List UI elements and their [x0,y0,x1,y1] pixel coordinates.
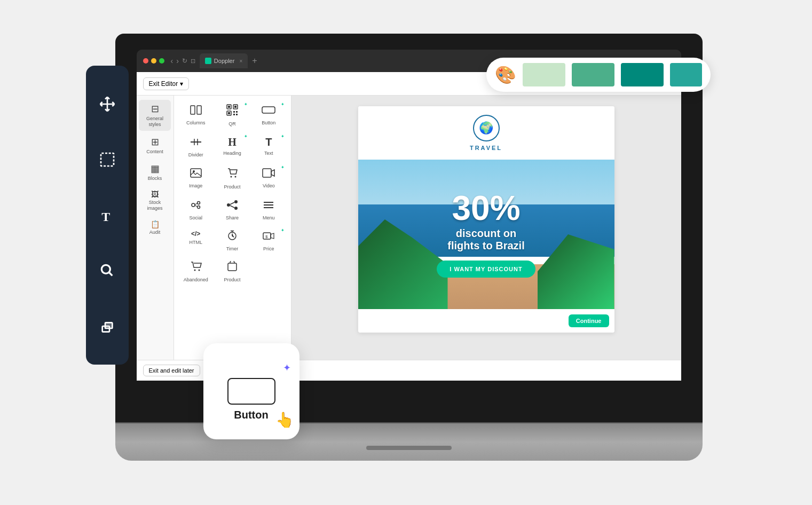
price-element[interactable]: ✦ $ Price [251,226,286,256]
general-styles-panel-item[interactable]: ⊟ General styles [139,100,171,131]
close-dot[interactable] [143,58,148,64]
color-swatch-1[interactable] [523,63,565,86]
text-icon: T [265,136,272,148]
layers-tool-button[interactable] [96,314,119,338]
hero-cta-button[interactable]: I WANT MY DISCOUNT [437,261,535,278]
svg-rect-5 [191,106,195,114]
tab-favicon [205,58,211,64]
heading-element[interactable]: ✦ H Heading [215,132,250,162]
color-swatch-2[interactable] [572,63,614,86]
svg-rect-14 [236,111,238,113]
svg-rect-4 [105,322,112,328]
abandoned-icon [190,261,202,275]
button-element[interactable]: ✦ Button [251,100,286,131]
price-badge: ✦ [281,228,285,233]
travel-logo: 🌍 [473,115,500,141]
minimize-dot[interactable] [151,58,156,64]
menu-element[interactable]: Menu [251,195,286,225]
price-icon: $ [263,230,274,244]
app-content: Exit Editor ▾ ↩ ↪ [137,72,681,381]
html-icon: </> [191,230,200,238]
svg-point-26 [192,203,195,207]
abandoned-element[interactable]: Abandoned [178,257,214,287]
general-styles-icon: ⊟ [151,103,159,115]
share-nav-button[interactable]: ⊡ [191,58,195,65]
svg-text:$: $ [265,234,268,239]
columns-element[interactable]: Columns [178,100,214,131]
back-button[interactable]: ‹ [171,57,174,65]
email-card: 🌍 TRAVEL [358,106,614,333]
social-element[interactable]: Social [178,195,214,225]
timer-element[interactable]: Timer [215,226,250,256]
laptop-screen: ‹ › ↻ ⊡ Doppler × + [137,50,681,381]
divider-element[interactable]: Divider [178,132,214,162]
blocks-panel-item[interactable]: ▦ Blocks [139,160,171,185]
text-tool-button[interactable]: T [96,203,119,227]
svg-rect-13 [233,111,235,113]
svg-point-33 [234,207,238,210]
svg-point-43 [198,270,200,271]
heading-icon: H [228,136,236,148]
menu-icon [263,199,274,213]
laptop-notch [366,446,452,450]
qr-badge: ✦ [244,102,248,107]
svg-line-35 [230,206,234,208]
qr-element[interactable]: ✦ QR [215,100,250,131]
svg-rect-8 [228,106,230,108]
share-icon [226,199,238,213]
browser-nav: ‹ › ↻ ⊡ [171,57,195,65]
qr-icon [226,104,238,119]
button-popup: ✦ Button 👆 [203,343,299,439]
sparkle-icon: ✦ [283,362,291,374]
share-element[interactable]: Share [215,195,250,225]
html-element[interactable]: </> HTML [178,226,214,256]
search-tool-button[interactable] [96,259,119,282]
svg-rect-25 [263,169,271,177]
columns-icon [190,104,202,118]
color-swatch-4[interactable] [670,63,702,86]
svg-point-23 [230,176,232,178]
exit-later-button[interactable]: Exit and edit later [143,365,200,376]
divider-icon [190,136,202,150]
content-panel-item[interactable]: ⊞ Content [139,133,171,158]
browser-tab[interactable]: Doppler × [200,53,248,68]
stock-images-panel-item[interactable]: 🖼 Stock images [139,187,171,215]
color-swatch-3[interactable] [621,63,664,86]
svg-line-29 [195,203,198,204]
svg-rect-12 [228,112,230,114]
button-badge: ✦ [281,102,285,107]
text-element[interactable]: ✦ T Text [251,132,286,162]
svg-rect-21 [191,169,201,177]
svg-point-31 [227,203,230,207]
video-icon [262,167,275,181]
browser-dots [143,58,164,64]
audit-panel-item[interactable]: 📋 Audit [139,217,171,239]
blocks-icon: ▦ [151,163,160,175]
maximize-dot[interactable] [159,58,164,64]
reload-button[interactable]: ↻ [182,57,187,65]
left-panel: ⊟ General styles ⊞ Content ▦ Blocks [137,96,174,360]
video-element[interactable]: ✦ Video [251,163,286,194]
tab-close-button[interactable]: × [239,58,242,64]
button-popup-header: ✦ [212,362,291,374]
app-main: ⊟ General styles ⊞ Content ▦ Blocks [137,96,681,360]
new-tab-button[interactable]: + [252,56,257,66]
svg-rect-0 [101,153,114,166]
svg-point-27 [197,202,200,204]
forward-button[interactable]: › [176,57,179,65]
button-preview-box [227,378,275,405]
palette-icon: 🎨 [495,65,516,85]
move-tool-button[interactable] [96,92,119,116]
image-element[interactable]: Image [178,163,214,194]
exit-editor-button[interactable]: Exit Editor ▾ [143,77,190,90]
left-toolbar: T [86,66,129,365]
social-icon [190,199,202,213]
svg-rect-17 [262,107,275,113]
selection-tool-button[interactable] [96,148,119,171]
product-element[interactable]: Product [215,163,250,194]
product2-element[interactable]: Product [215,257,250,287]
video-badge: ✦ [281,165,285,170]
product2-icon [226,261,238,275]
continue-button[interactable]: Continue [569,314,609,327]
email-footer: Continue [358,309,614,333]
